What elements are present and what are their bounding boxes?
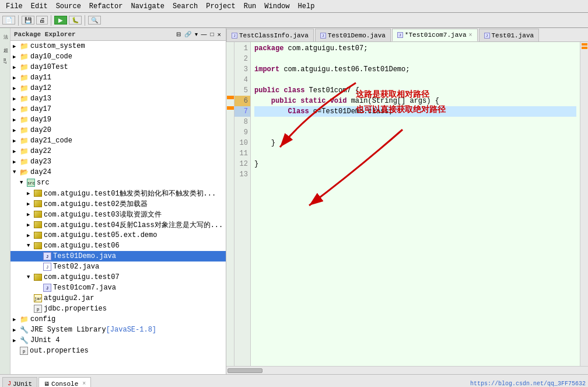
collapse-all-button[interactable]: ⊟ bbox=[175, 31, 182, 37]
menu-navigate[interactable]: Navigate bbox=[127, 1, 168, 12]
junit-icon: 🔧 bbox=[20, 336, 29, 345]
tree-item-Test01Demo[interactable]: J Test01Demo.java bbox=[10, 251, 226, 262]
tab-TestClassInfo[interactable]: J TestClassInfo.java bbox=[226, 29, 314, 41]
code-line-8 bbox=[254, 117, 576, 127]
code-line-9 bbox=[254, 127, 576, 138]
folder-icon: 📁 bbox=[20, 315, 29, 324]
menu-window[interactable]: Window bbox=[261, 1, 293, 12]
folder-icon: 📁 bbox=[20, 116, 29, 124]
tree-item-Test02[interactable]: J Test02.java bbox=[10, 262, 226, 272]
tree-item-pkg-test06[interactable]: ▼ com.atguigu.test06 bbox=[10, 240, 226, 251]
tree-item-label: day21_code bbox=[30, 137, 72, 145]
side-icon-3[interactable]: m7 bbox=[2, 58, 8, 64]
save-button[interactable]: 💾 bbox=[22, 16, 34, 25]
code-line-6: public static void main(String[] args) { bbox=[254, 96, 576, 106]
package-icon bbox=[34, 274, 42, 281]
bottom-panel: J JUnit 🖥 Console × https://blog.csdn.ne… bbox=[0, 374, 588, 387]
tree-item-day17[interactable]: ▶ 📁 day17 bbox=[10, 104, 226, 114]
tree-item-day24[interactable]: ▼ 📂 day24 bbox=[10, 167, 226, 177]
tree-item-pkg-test04[interactable]: ▶ com.atguigu.test04反射Class对象注意是大写的... bbox=[10, 219, 226, 230]
minimize-button[interactable]: — bbox=[200, 31, 208, 37]
folder-icon: 📁 bbox=[20, 84, 29, 93]
tree-item-config[interactable]: ▶ 📁 config bbox=[10, 314, 226, 325]
menu-edit[interactable]: Edit bbox=[27, 1, 51, 12]
menu-project[interactable]: Project bbox=[202, 1, 239, 12]
tree-item-label: day10Test bbox=[30, 63, 68, 71]
tree-item-pkg-test03[interactable]: ▶ com.atguigu.test03读取资源文件 bbox=[10, 209, 226, 219]
tab-Test01com7-active[interactable]: J *Test01com7.java × bbox=[392, 29, 478, 41]
tree-item-day12[interactable]: ▶ 📁 day12 bbox=[10, 83, 226, 93]
console-tab-close[interactable]: × bbox=[82, 381, 86, 387]
maximize-button[interactable]: □ bbox=[209, 31, 215, 37]
tree-item-day21_code[interactable]: ▶ 📁 day21_code bbox=[10, 135, 226, 146]
tree-item-atguigu2[interactable]: jar atguigu2.jar bbox=[10, 293, 226, 304]
line-num-5: 5 bbox=[235, 85, 250, 96]
view-menu-button[interactable]: ▾ bbox=[194, 31, 199, 37]
tree-item-day23[interactable]: ▶ 📁 day23 bbox=[10, 156, 226, 167]
tree-item-day19[interactable]: ▶ 📁 day19 bbox=[10, 114, 226, 125]
tree-item-junit4[interactable]: ▶ 🔧 JUnit 4 bbox=[10, 335, 226, 346]
menu-help[interactable]: Help bbox=[295, 1, 318, 12]
run-button[interactable]: ▶ bbox=[54, 16, 67, 25]
tab-label: Test01.java bbox=[492, 32, 534, 39]
arrow-icon: ▶ bbox=[13, 54, 20, 60]
tree-item-label: day10_code bbox=[30, 53, 72, 61]
tab-junit[interactable]: J JUnit bbox=[2, 377, 37, 388]
tab-label: *Test01com7.java bbox=[405, 32, 467, 39]
menu-source[interactable]: Source bbox=[52, 1, 85, 12]
tree-item-label: jdbc.properties bbox=[44, 305, 107, 313]
tree-item-custom_system[interactable]: ▶ 📁 custom_system bbox=[10, 41, 226, 51]
console-tab-label: Console bbox=[51, 381, 78, 388]
menu-search[interactable]: Search bbox=[169, 1, 201, 12]
tree-item-Test01com7[interactable]: J Test01com7.java bbox=[10, 283, 226, 293]
tree-item-out-props[interactable]: p out.properties bbox=[10, 346, 226, 356]
tab-Test01[interactable]: J Test01.java bbox=[479, 29, 540, 41]
tab-close-icon[interactable]: × bbox=[468, 32, 472, 39]
new-button[interactable]: 📄 bbox=[2, 16, 15, 25]
package-explorer-title: Package Explorer bbox=[14, 31, 76, 38]
tree-item-day20[interactable]: ▶ 📁 day20 bbox=[10, 125, 226, 135]
tree-item-label: custom_system bbox=[30, 42, 85, 50]
menu-refactor[interactable]: Refactor bbox=[86, 1, 127, 12]
jre-version-label: [JavaSE-1.8] bbox=[106, 326, 156, 334]
tree-item-label: com.atguigu.test01触发类初始化和不触发类初... bbox=[44, 189, 216, 198]
menu-run[interactable]: Run bbox=[240, 1, 260, 12]
debug-button[interactable]: 🐛 bbox=[69, 16, 82, 25]
line-num-4: 4 bbox=[235, 75, 250, 85]
tree-item-src[interactable]: ▼ src src bbox=[10, 177, 226, 188]
arrow-icon: ▶ bbox=[13, 327, 20, 333]
tab-Test01Demo[interactable]: J Test01Demo.java bbox=[315, 29, 391, 41]
tree-item-label: day12 bbox=[30, 84, 51, 92]
tree-item-day22[interactable]: ▶ 📁 day22 bbox=[10, 146, 226, 156]
code-text-area[interactable]: package com.atguigu.test07; import com.a… bbox=[251, 42, 580, 366]
tree-item-day11[interactable]: ▶ 📁 day11 bbox=[10, 72, 226, 83]
menu-file[interactable]: File bbox=[2, 1, 26, 12]
tree-item-jdbc-props[interactable]: p jdbc.properties bbox=[10, 304, 226, 314]
scroll-thumb[interactable] bbox=[228, 368, 262, 373]
tree-item-pkg-test05[interactable]: ▶ com.atguigu.test05.ext.demo bbox=[10, 230, 226, 240]
horizontal-scrollbar[interactable] bbox=[226, 366, 588, 374]
tree-item-label: JUnit 4 bbox=[30, 336, 60, 344]
package-icon bbox=[34, 211, 42, 218]
package-icon bbox=[34, 190, 42, 197]
link-editor-button[interactable]: 🔗 bbox=[183, 31, 192, 37]
close-button[interactable]: × bbox=[216, 31, 222, 38]
tree-item-label: Test01Demo.java bbox=[53, 252, 116, 260]
tree-item-day10Test[interactable]: ▶ 📁 day10Test bbox=[10, 62, 226, 72]
tree-item-pkg-test07[interactable]: ▼ com.atguigu.test07 bbox=[10, 272, 226, 283]
jar-icon: jar bbox=[34, 294, 42, 302]
print-button[interactable]: 🖨 bbox=[36, 16, 48, 25]
tree-item-pkg-test01[interactable]: ▶ com.atguigu.test01触发类初始化和不触发类初... bbox=[10, 188, 226, 198]
folder-icon: 📁 bbox=[20, 42, 29, 51]
toolbar-separator-2 bbox=[51, 15, 51, 26]
package-icon bbox=[34, 200, 42, 207]
tree-item-day10_code[interactable]: ▶ 📁 day10_code bbox=[10, 51, 226, 62]
tab-console[interactable]: 🖥 Console × bbox=[38, 377, 91, 388]
search-button[interactable]: 🔍 bbox=[88, 16, 101, 25]
tree-item-day13[interactable]: ▶ 📁 day13 bbox=[10, 93, 226, 104]
tree-item-jre[interactable]: ▶ 🔧 JRE System Library [JavaSE-1.8] bbox=[10, 325, 226, 335]
props-icon: p bbox=[20, 347, 28, 355]
tree-item-label: day24 bbox=[30, 168, 51, 176]
tree-item-pkg-test02[interactable]: ▶ com.atguigu.test02类加载器 bbox=[10, 198, 226, 209]
tree-item-label: day11 bbox=[30, 74, 51, 82]
